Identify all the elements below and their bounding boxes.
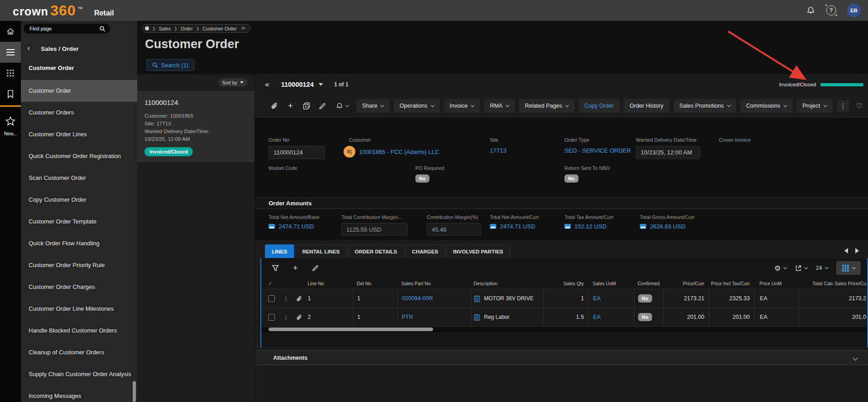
add-icon[interactable]: + (284, 100, 296, 112)
home-icon[interactable] (0, 21, 21, 42)
contribution-margin-pct-input[interactable] (427, 223, 481, 236)
attachment-paperclip-icon[interactable] (269, 100, 280, 112)
tab-scroll-right-icon[interactable] (855, 248, 859, 253)
sidebar-item-charges[interactable]: Customer Order Charges (21, 276, 137, 298)
tab-lines[interactable]: LINES (265, 244, 294, 258)
refresh-icon[interactable]: ⟳ (241, 25, 245, 31)
net-curr-value[interactable]: 2474.71 USD (500, 223, 535, 230)
wanted-delivery-input[interactable] (636, 146, 700, 159)
sidebar-item-copy-customer-order[interactable]: Copy Customer Order (21, 189, 137, 211)
copy-order-button[interactable]: Copy Order (579, 99, 620, 113)
col-sales-uom[interactable]: Sales UoM (588, 278, 634, 289)
find-page-search[interactable] (24, 24, 110, 34)
order-history-button[interactable]: Order History (624, 99, 669, 113)
order-type-link[interactable]: SEO - SERVICE ORDER (564, 147, 631, 154)
favorites-star-icon[interactable] (0, 110, 21, 131)
collapse-left-icon[interactable]: « (265, 80, 269, 89)
sort-by-dropdown[interactable]: Sort by (218, 78, 248, 87)
col-confirmed[interactable]: Confirmed (634, 278, 663, 289)
sidebar-item-customer-order[interactable]: Customer Order (21, 80, 137, 102)
page-size-selector[interactable]: 24 (816, 265, 828, 271)
col-sales-qty[interactable]: Sales Qty (543, 278, 588, 289)
col-price-uom[interactable]: Price UoM (754, 278, 799, 289)
sidebar-item-quick-order-flow[interactable]: Quick Order Flow Handling (21, 233, 137, 254)
sidebar-item-line-milestones[interactable]: Customer Order Line Milestones (21, 298, 137, 320)
col-sales-part-no[interactable]: Sales Part No (398, 278, 471, 289)
favorite-heart-icon[interactable]: ♡ (856, 102, 863, 110)
sales-promotions-button[interactable]: Sales Promotions (673, 99, 736, 113)
site-link[interactable]: 17713 (490, 147, 506, 154)
cell-sales-uom-link[interactable]: EA (593, 314, 601, 320)
table-row[interactable]: ⋮ 2 1 PTR (261, 308, 867, 327)
help-icon[interactable]: ?++ (826, 5, 836, 15)
row-kebab-icon[interactable]: ⋮ (283, 314, 289, 321)
sidebar-item-incoming-messages[interactable]: Incoming Messages (21, 385, 137, 402)
horizontal-scrollbar[interactable] (261, 327, 867, 333)
col-total-calc[interactable]: Total Calc Sales Price/Cu (799, 278, 867, 289)
customer-link[interactable]: 10001865 - FCC (Adams) LLC (359, 149, 439, 155)
net-base-value[interactable]: 2474.71 USD (279, 223, 314, 230)
cell-sales-part-link[interactable]: PTR (402, 314, 413, 320)
export-icon[interactable] (795, 265, 808, 272)
record-order-selector[interactable]: 110000124 (281, 81, 314, 88)
table-row[interactable]: ⋮ 1 1 020094-00R (261, 289, 867, 308)
chevron-down-icon[interactable] (319, 83, 323, 86)
project-button[interactable]: Project (797, 99, 833, 113)
operations-button[interactable]: Operations (394, 99, 439, 113)
notifications-bell-icon[interactable] (806, 6, 815, 15)
breadcrumb-order[interactable]: Order (180, 26, 193, 31)
col-description[interactable]: Description (471, 278, 543, 289)
attachments-section[interactable]: Attachments (255, 350, 868, 365)
invoice-button[interactable]: Invoice (444, 99, 480, 113)
row-checkbox[interactable] (268, 295, 275, 302)
scrollbar-thumb[interactable] (269, 328, 433, 331)
edit-line-pencil-icon[interactable] (309, 262, 321, 274)
breadcrumb-sales[interactable]: Sales (159, 26, 171, 31)
row-kebab-icon[interactable]: ⋮ (283, 295, 289, 302)
cell-sales-part-link[interactable]: 020094-00R (402, 295, 433, 302)
sidebar-item-quick-registration[interactable]: Quick Customer Order Registration (21, 145, 137, 167)
sidebar-back-button[interactable]: ‹ Sales / Order (21, 43, 137, 55)
tab-scroll-left-icon[interactable] (844, 248, 848, 253)
row-paperclip-icon[interactable] (296, 295, 303, 302)
filter-icon[interactable] (269, 262, 281, 274)
col-del-no[interactable]: Del No (353, 278, 398, 289)
record-list-item[interactable]: 110000124 Customer: 10001865 Site: 17713… (137, 91, 254, 163)
sidebar-item-scan-customer-order[interactable]: Scan Customer Order (21, 167, 137, 189)
search-button[interactable]: Search (1) (146, 59, 195, 71)
gross-curr-value[interactable]: 2626.83 USD (650, 223, 685, 230)
menu-hamburger-icon[interactable] (0, 42, 21, 63)
more-options-kebab-icon[interactable]: ⋮ (837, 100, 849, 112)
sidebar-scrollbar[interactable] (133, 381, 136, 402)
view-mode-grid-button[interactable] (836, 261, 861, 275)
tab-involved-parties[interactable]: INVOLVED PARTIES (446, 244, 510, 258)
sidebar-item-handle-blocked[interactable]: Handle Blocked Customer Orders (21, 320, 137, 342)
contribution-margin-input[interactable] (341, 223, 408, 236)
tab-order-details[interactable]: ORDER DETAILS (348, 244, 404, 258)
user-avatar[interactable]: EB (847, 4, 861, 17)
related-pages-button[interactable]: Related Pages (519, 99, 574, 113)
duplicate-icon[interactable] (300, 100, 312, 112)
select-all-check-icon[interactable]: ✓ (268, 281, 272, 287)
sidebar-item-customer-orders[interactable]: Customer Orders (21, 102, 137, 124)
sidebar-item-priority-rule[interactable]: Customer Order Priority Rule (21, 254, 137, 276)
row-paperclip-icon[interactable] (296, 314, 303, 321)
sidebar-item-cleanup[interactable]: Cleanup of Customer Orders (21, 342, 137, 363)
add-line-icon[interactable]: + (289, 262, 301, 274)
notify-bell-dropdown[interactable] (332, 100, 352, 112)
edit-pencil-icon[interactable] (316, 100, 328, 112)
col-price-curr[interactable]: Price/Curr (663, 278, 709, 289)
breadcrumb-customer-order[interactable]: Customer Order (203, 26, 237, 31)
rma-button[interactable]: RMA (484, 99, 515, 113)
table-settings-gear-icon[interactable]: ⚙ (774, 264, 787, 273)
order-no-input[interactable] (269, 146, 325, 159)
sidebar-item-customer-order-template[interactable]: Customer Order Template (21, 211, 137, 233)
chevron-down-icon[interactable] (853, 355, 858, 360)
cell-sales-uom-link[interactable]: EA (593, 295, 601, 302)
sidebar-item-customer-order-lines[interactable]: Customer Order Lines (21, 124, 137, 145)
breadcrumb-home-dot[interactable] (145, 26, 149, 30)
apps-grid-icon[interactable] (0, 63, 21, 84)
tax-curr-value[interactable]: 152.12 USD (574, 223, 607, 230)
row-checkbox[interactable] (268, 314, 275, 321)
bookmark-icon[interactable] (0, 84, 21, 104)
